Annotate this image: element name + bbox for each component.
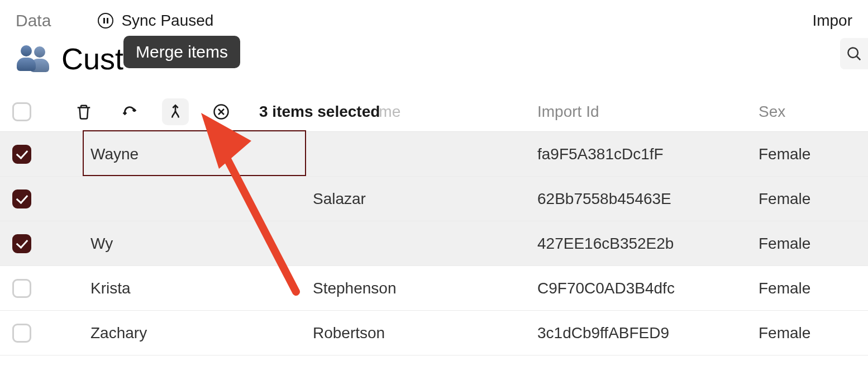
- cell-sex[interactable]: Female: [759, 235, 859, 253]
- svg-line-1: [857, 56, 860, 60]
- row-checkbox[interactable]: [12, 145, 31, 164]
- column-header-sex[interactable]: Sex: [759, 103, 785, 121]
- row-checkbox[interactable]: [12, 279, 31, 298]
- merge-tooltip: Merge items: [123, 36, 240, 68]
- cell-importid[interactable]: 62Bb7558b45463E: [537, 190, 744, 208]
- merge-icon: [168, 103, 183, 120]
- merge-button[interactable]: [162, 98, 189, 125]
- tab-data[interactable]: Data: [16, 11, 51, 30]
- sync-status-text: Sync Paused: [121, 12, 213, 30]
- cell-importid[interactable]: 427EE16cB352E2b: [537, 235, 744, 253]
- column-header-importid[interactable]: Import Id: [537, 103, 599, 121]
- cell-sex[interactable]: Female: [759, 190, 859, 208]
- selection-toolbar: 3 items selected me Import Id Sex: [0, 92, 868, 132]
- page-title: Cust: [61, 41, 123, 76]
- delete-button[interactable]: [70, 98, 97, 125]
- cell-importid[interactable]: fa9F5A381cDc1fF: [537, 145, 744, 163]
- cell-firstname[interactable]: Zachary: [90, 324, 303, 342]
- sync-button[interactable]: [116, 98, 143, 125]
- select-all-checkbox[interactable]: [12, 102, 31, 121]
- cell-sex[interactable]: Female: [759, 279, 859, 297]
- cell-firstname[interactable]: Wy: [90, 235, 303, 253]
- cell-lastname[interactable]: Salazar: [313, 190, 525, 208]
- svg-point-0: [848, 48, 858, 58]
- trash-icon: [75, 103, 92, 120]
- table-row[interactable]: ZacharyRobertson3c1dCb9ffABFED9Female: [0, 311, 868, 355]
- cell-importid[interactable]: C9F70C0AD3B4dfc: [537, 279, 744, 297]
- search-icon: [846, 45, 862, 62]
- table-row[interactable]: Wy427EE16cB352E2bFemale: [0, 221, 868, 266]
- cell-lastname[interactable]: Stephenson: [313, 279, 525, 297]
- row-checkbox[interactable]: [12, 189, 31, 208]
- table-row[interactable]: KristaStephensonC9F70C0AD3B4dfcFemale: [0, 266, 868, 311]
- row-checkbox[interactable]: [12, 324, 31, 343]
- title-row: Cust Merge items: [0, 36, 868, 92]
- cell-lastname[interactable]: Robertson: [313, 324, 525, 342]
- customers-icon: [16, 45, 51, 72]
- cell-sex[interactable]: Female: [759, 145, 859, 163]
- cloud-sync-icon: [120, 103, 139, 120]
- search-button[interactable]: [840, 38, 868, 69]
- cell-firstname[interactable]: Wayne: [90, 145, 303, 163]
- column-header-firstname-ghost: me: [379, 103, 400, 121]
- row-checkbox[interactable]: [12, 234, 31, 253]
- top-bar: Data Sync Paused Impor: [0, 0, 868, 36]
- sync-status-group[interactable]: Sync Paused: [98, 12, 213, 30]
- clear-selection-button[interactable]: [208, 98, 235, 125]
- table-row[interactable]: Salazar62Bb7558b45463EFemale: [0, 177, 868, 221]
- cell-firstname[interactable]: Krista: [90, 279, 303, 297]
- selection-count: 3 items selected: [259, 103, 380, 121]
- table-row[interactable]: Waynefa9F5A381cDc1fFFemale: [0, 132, 868, 177]
- pause-icon: [98, 13, 113, 29]
- table-body: Waynefa9F5A381cDc1fFFemaleSalazar62Bb755…: [0, 132, 868, 355]
- cell-importid[interactable]: 3c1dCb9ffABFED9: [537, 324, 744, 342]
- close-circle-icon: [213, 103, 230, 120]
- cell-sex[interactable]: Female: [759, 324, 859, 342]
- import-link[interactable]: Impor: [812, 12, 852, 30]
